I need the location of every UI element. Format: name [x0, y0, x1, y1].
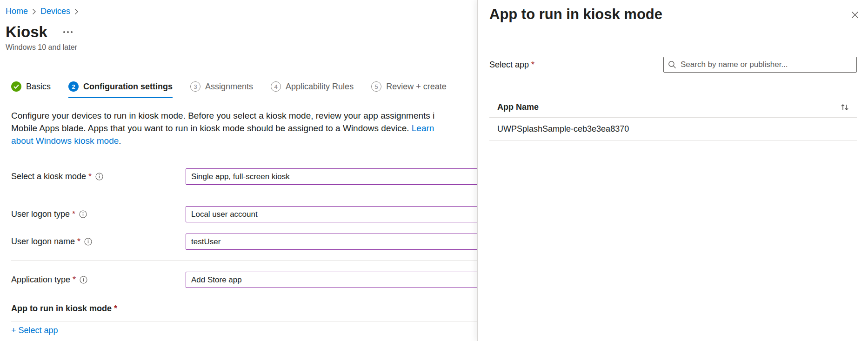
tab-label: Assignments	[205, 82, 253, 92]
tab-applicability-rules[interactable]: 4 Applicability Rules	[271, 81, 354, 98]
page-title: Kiosk	[6, 23, 47, 41]
flyout-header: App to run in kiosk mode	[478, 0, 868, 23]
required-asterisk: *	[73, 275, 76, 285]
field-label: Application type	[11, 275, 70, 285]
app-picker-flyout: App to run in kiosk mode Select app * Ap…	[477, 0, 868, 341]
app-search-box	[663, 57, 857, 73]
application-type-select[interactable]: Add Store app	[186, 272, 511, 288]
learn-more-link[interactable]: about Windows kiosk mode	[11, 136, 119, 146]
app-table: App Name UWPSplashSample-ceb3e3ea8370	[489, 97, 857, 141]
chevron-right-icon	[32, 8, 36, 15]
search-icon	[668, 60, 676, 69]
ellipsis-dot	[71, 31, 73, 33]
tab-review-create[interactable]: 5 Review + create	[371, 81, 447, 98]
ellipsis-dot	[67, 31, 69, 33]
field-label: Select a kiosk mode	[11, 172, 86, 181]
chevron-right-icon	[74, 8, 79, 15]
step-5-badge: 5	[371, 81, 381, 92]
tab-configuration-settings[interactable]: 2 Configuration settings	[68, 81, 173, 98]
app-table-header: App Name	[489, 97, 857, 118]
logon-type-label: User logon type *	[11, 209, 186, 219]
step-2-badge: 2	[68, 81, 79, 92]
step-3-badge: 3	[190, 81, 200, 92]
info-icon[interactable]	[80, 276, 87, 284]
kiosk-mode-select[interactable]: Single app, full-screen kiosk	[186, 168, 511, 185]
info-icon[interactable]	[95, 173, 103, 181]
required-asterisk: *	[88, 172, 92, 181]
info-icon[interactable]	[79, 210, 87, 218]
select-app-link[interactable]: + Select app	[11, 326, 58, 335]
description-segment: Mobile Apps blade. Apps that you want to…	[11, 123, 412, 133]
app-row[interactable]: UWPSplashSample-ceb3e3ea8370	[489, 118, 857, 141]
field-label: Select app	[489, 60, 529, 70]
field-label: User logon type	[11, 209, 70, 219]
more-options-icon[interactable]	[61, 28, 74, 36]
info-icon[interactable]	[84, 238, 92, 246]
check-icon	[11, 81, 21, 92]
kiosk-mode-label: Select a kiosk mode *	[11, 172, 186, 181]
breadcrumb-devices-link[interactable]: Devices	[40, 7, 70, 16]
app-search-input[interactable]	[680, 60, 852, 70]
tab-assignments[interactable]: 3 Assignments	[190, 81, 253, 98]
tab-basics[interactable]: Basics	[11, 81, 51, 98]
logon-name-label: User logon name *	[11, 237, 186, 247]
select-app-row: Select app *	[489, 57, 857, 73]
app-name-column-header: App Name	[497, 102, 539, 112]
section-title-text: App to run in kiosk mode	[11, 304, 112, 314]
step-4-badge: 4	[271, 81, 281, 92]
flyout-title: App to run in kiosk mode	[489, 6, 662, 23]
required-asterisk: *	[72, 209, 75, 219]
breadcrumb-home-link[interactable]: Home	[6, 7, 28, 16]
select-app-label: Select app *	[489, 60, 536, 70]
required-asterisk: *	[531, 60, 534, 70]
tab-label: Basics	[26, 82, 51, 92]
ellipsis-dot	[63, 31, 65, 33]
app-name-cell: UWPSplashSample-ceb3e3ea8370	[497, 124, 629, 134]
tab-label: Configuration settings	[83, 82, 173, 92]
logon-type-select[interactable]: Local user account	[186, 206, 511, 222]
required-asterisk: *	[114, 304, 117, 314]
logon-name-input[interactable]: testUser	[186, 234, 511, 250]
description-segment: .	[119, 136, 121, 146]
field-label: User logon name	[11, 237, 75, 247]
sort-icon[interactable]	[839, 102, 850, 113]
tab-label: Review + create	[386, 82, 447, 92]
required-asterisk: *	[77, 237, 80, 247]
description-segment: Configure your devices to run in kiosk m…	[11, 111, 434, 120]
tab-label: Applicability Rules	[286, 82, 354, 92]
application-type-label: Application type *	[11, 275, 186, 285]
section-divider	[11, 260, 477, 261]
close-icon[interactable]	[848, 8, 861, 23]
learn-more-link[interactable]: Learn	[412, 123, 434, 133]
section-divider	[11, 321, 477, 321]
